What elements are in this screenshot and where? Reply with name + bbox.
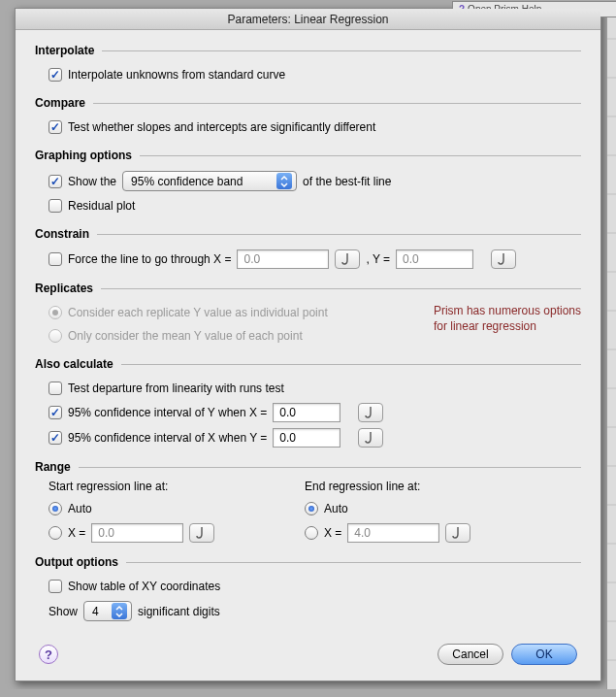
replicates-mean-label: Only consider the mean Y value of each p… xyxy=(68,327,303,345)
xy-table-checkbox[interactable] xyxy=(49,580,62,593)
ci-y-field[interactable]: 0.0 xyxy=(273,403,340,422)
rule xyxy=(101,288,581,289)
hook-button[interactable] xyxy=(445,523,470,543)
question-icon: ? xyxy=(45,647,52,662)
titlebar: Parameters: Linear Regression xyxy=(16,9,600,30)
obscured-strip xyxy=(606,1,616,689)
rule xyxy=(126,562,581,563)
constrain-mid: , Y = xyxy=(366,250,390,268)
compare-label: Test whether slopes and intercepts are s… xyxy=(68,118,375,136)
show-band-checkbox[interactable] xyxy=(49,175,62,188)
updown-arrows-icon xyxy=(112,603,127,619)
constrain-y-field[interactable]: 0.0 xyxy=(396,249,473,269)
hook-button[interactable] xyxy=(358,428,383,448)
section-interpolate: Interpolate Interpolate unknowns from st… xyxy=(35,44,581,86)
rule xyxy=(79,467,581,468)
interpolate-label: Interpolate unknowns from standard curve xyxy=(68,66,285,83)
dialog-content: Interpolate Interpolate unknowns from st… xyxy=(16,30,600,680)
show-prefix: Show the xyxy=(68,173,116,190)
compare-checkbox[interactable] xyxy=(49,120,62,134)
section-also-calculate: Also calculate Test departure from linea… xyxy=(35,357,581,450)
section-heading: Output options xyxy=(35,555,118,569)
range-end-x-field[interactable]: 4.0 xyxy=(347,523,439,543)
dialog-footer: ? Cancel OK xyxy=(35,634,581,665)
section-heading: Graphing options xyxy=(35,149,132,162)
runs-test-label: Test departure from linearity with runs … xyxy=(68,380,284,397)
range-start-x-field[interactable]: 0.0 xyxy=(91,523,183,543)
section-compare: Compare Test whether slopes and intercep… xyxy=(35,96,581,139)
range-end-auto-radio[interactable] xyxy=(305,502,318,515)
ci-x-field[interactable]: 0.0 xyxy=(273,428,340,448)
constrain-checkbox[interactable] xyxy=(49,252,62,266)
window-title: Parameters: Linear Regression xyxy=(227,13,388,26)
runs-test-checkbox[interactable] xyxy=(49,382,62,395)
hook-button[interactable] xyxy=(358,403,383,422)
section-heading: Compare xyxy=(35,96,85,110)
confidence-band-popup[interactable]: 95% confidence band xyxy=(122,171,297,191)
range-start-auto-radio[interactable] xyxy=(49,502,62,515)
cancel-button[interactable]: Cancel xyxy=(438,644,503,665)
constrain-prefix: Force the line to go through X = xyxy=(68,250,231,268)
range-x-label: X = xyxy=(324,524,341,542)
range-end-x-radio[interactable] xyxy=(305,526,318,540)
interpolate-checkbox[interactable] xyxy=(49,68,62,82)
popup-value: 95% confidence band xyxy=(131,173,271,190)
ci-y-checkbox[interactable] xyxy=(49,406,62,419)
section-replicates: Replicates Consider each replicate Y val… xyxy=(35,282,581,348)
ci-y-label: 95% confidence interval of Y when X = xyxy=(68,404,267,421)
section-graphing: Graphing options Show the 95% confidence… xyxy=(35,149,581,217)
rule xyxy=(102,50,581,51)
range-start-label: Start regression line at: xyxy=(49,480,281,493)
range-start-x-radio[interactable] xyxy=(49,526,62,540)
residual-checkbox[interactable] xyxy=(49,199,62,213)
rule xyxy=(121,364,581,365)
rule xyxy=(93,103,581,104)
hook-button[interactable] xyxy=(189,523,214,543)
ok-button[interactable]: OK xyxy=(511,644,577,665)
range-end-label: End regression line at: xyxy=(305,480,537,493)
section-heading: Interpolate xyxy=(35,44,94,57)
show-suffix: of the best-fit line xyxy=(303,173,391,190)
range-x-label: X = xyxy=(68,524,85,542)
replicates-individual-radio[interactable] xyxy=(49,306,62,319)
constrain-x-field[interactable]: 0.0 xyxy=(237,249,329,269)
xy-table-label: Show table of XY coordinates xyxy=(68,578,220,595)
help-button[interactable]: ? xyxy=(39,645,58,664)
replicates-individual-label: Consider each replicate Y value as indiv… xyxy=(68,304,328,321)
sig-digits-popup[interactable]: 4 xyxy=(83,601,132,621)
ci-x-label: 95% confidence interval of X when Y = xyxy=(68,429,267,447)
residual-label: Residual plot xyxy=(68,197,135,215)
section-heading: Range xyxy=(35,460,71,474)
updown-arrows-icon xyxy=(276,173,292,189)
popup-value: 4 xyxy=(92,603,106,620)
section-constrain: Constrain Force the line to go through X… xyxy=(35,227,581,272)
section-heading: Also calculate xyxy=(35,357,113,371)
section-range: Range Start regression line at: Auto X =… xyxy=(35,460,581,546)
range-auto-label: Auto xyxy=(68,500,92,517)
rule xyxy=(97,234,581,235)
show-label: Show xyxy=(49,603,78,620)
rule xyxy=(140,155,581,156)
section-heading: Replicates xyxy=(35,282,93,295)
hook-button[interactable] xyxy=(335,249,360,269)
replicates-mean-radio[interactable] xyxy=(49,329,62,343)
dialog-window: ? Open Prism Help Parameters: Linear Reg… xyxy=(15,8,601,681)
ci-x-checkbox[interactable] xyxy=(49,431,62,445)
range-auto-label: Auto xyxy=(324,500,348,517)
section-heading: Constrain xyxy=(35,227,89,241)
sig-digits-suffix: significant digits xyxy=(138,603,220,620)
section-output: Output options Show table of XY coordina… xyxy=(35,555,581,624)
annotation-text: Prism has numerous options for linear re… xyxy=(434,303,581,334)
hook-button[interactable] xyxy=(491,249,516,269)
